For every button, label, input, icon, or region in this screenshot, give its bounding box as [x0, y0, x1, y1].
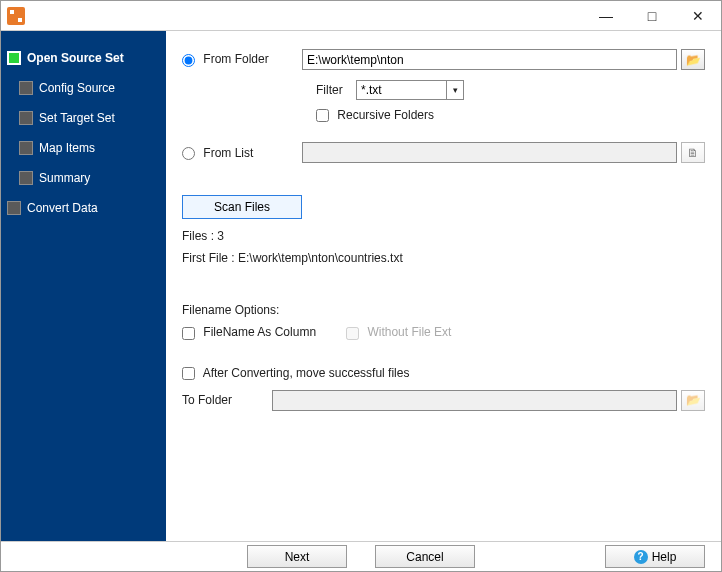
- wizard-sidebar: Open Source Set Config Source Set Target…: [1, 31, 166, 541]
- sidebar-item-label: Open Source Set: [27, 51, 124, 65]
- browse-list-button[interactable]: 🗎: [681, 142, 705, 163]
- filter-combo[interactable]: ▾: [356, 80, 464, 100]
- filename-as-column-label[interactable]: FileName As Column: [182, 325, 316, 339]
- filter-input[interactable]: [356, 80, 446, 100]
- from-folder-radio[interactable]: [182, 54, 195, 67]
- to-folder-input: [272, 390, 677, 411]
- filter-label: Filter: [316, 83, 356, 97]
- after-converting-label[interactable]: After Converting, move successful files: [182, 366, 409, 380]
- footer: Next Cancel ? Help: [1, 541, 721, 571]
- maximize-button[interactable]: □: [629, 1, 675, 31]
- sidebar-item-label: Map Items: [39, 141, 95, 155]
- sidebar-item-convert-data[interactable]: Convert Data: [1, 193, 166, 223]
- from-list-radio[interactable]: [182, 147, 195, 160]
- from-folder-input[interactable]: [302, 49, 677, 70]
- from-list-radio-label[interactable]: From List: [182, 146, 302, 160]
- filename-as-column-checkbox[interactable]: [182, 327, 195, 340]
- sidebar-item-set-target-set[interactable]: Set Target Set: [1, 103, 166, 133]
- filename-options-label: Filename Options:: [182, 303, 705, 317]
- folder-icon: 📂: [686, 53, 701, 67]
- from-list-input: [302, 142, 677, 163]
- sidebar-item-open-source-set[interactable]: Open Source Set: [1, 43, 166, 73]
- sidebar-item-label: Set Target Set: [39, 111, 115, 125]
- browse-to-folder-button[interactable]: 📂: [681, 390, 705, 411]
- titlebar: — □ ✕: [1, 1, 721, 31]
- sidebar-item-label: Config Source: [39, 81, 115, 95]
- sidebar-item-label: Convert Data: [27, 201, 98, 215]
- main-panel: From Folder 📂 Filter ▾ Recursive Folders…: [166, 31, 721, 541]
- first-file: First File : E:\work\temp\nton\countries…: [182, 251, 705, 265]
- next-button[interactable]: Next: [247, 545, 347, 568]
- file-icon: 🗎: [687, 146, 699, 160]
- recursive-folders-checkbox[interactable]: [316, 109, 329, 122]
- files-count: Files : 3: [182, 229, 705, 243]
- cancel-button[interactable]: Cancel: [375, 545, 475, 568]
- sidebar-item-map-items[interactable]: Map Items: [1, 133, 166, 163]
- help-button[interactable]: ? Help: [605, 545, 705, 568]
- without-file-ext-checkbox: [346, 327, 359, 340]
- folder-icon: 📂: [686, 393, 701, 407]
- help-icon: ?: [634, 550, 648, 564]
- scan-files-button[interactable]: Scan Files: [182, 195, 302, 219]
- to-folder-label: To Folder: [182, 393, 272, 407]
- recursive-folders-checkbox-label[interactable]: Recursive Folders: [316, 108, 434, 122]
- app-icon: [7, 7, 25, 25]
- close-button[interactable]: ✕: [675, 1, 721, 31]
- from-folder-radio-label[interactable]: From Folder: [182, 52, 302, 66]
- sidebar-item-label: Summary: [39, 171, 90, 185]
- after-converting-checkbox[interactable]: [182, 367, 195, 380]
- browse-folder-button[interactable]: 📂: [681, 49, 705, 70]
- sidebar-item-summary[interactable]: Summary: [1, 163, 166, 193]
- without-file-ext-label: Without File Ext: [346, 325, 451, 339]
- minimize-button[interactable]: —: [583, 1, 629, 31]
- sidebar-item-config-source[interactable]: Config Source: [1, 73, 166, 103]
- chevron-down-icon[interactable]: ▾: [446, 80, 464, 100]
